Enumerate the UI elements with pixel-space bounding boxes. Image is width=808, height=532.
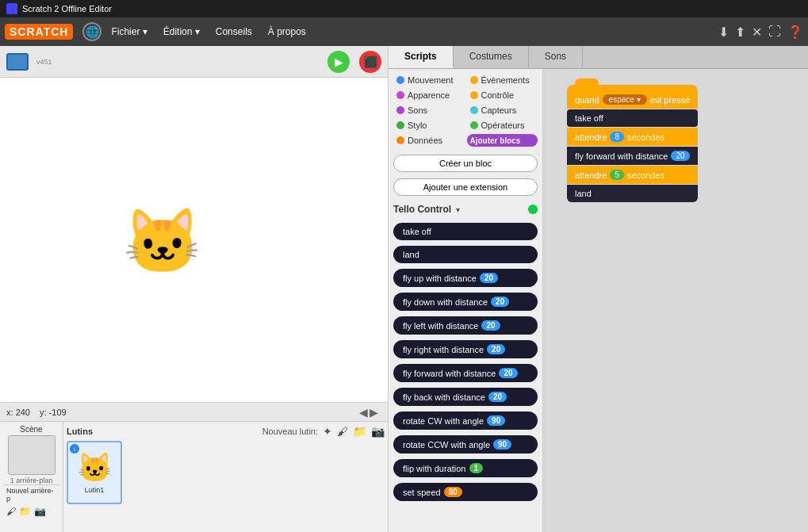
new-backdrop-bar: Nouvel arrière-p 🖌 📁 📷	[3, 484, 59, 519]
sprite-paint-icon[interactable]: 🖌	[337, 425, 348, 438]
cat-operateurs[interactable]: Opérateurs	[467, 119, 538, 132]
sprite-image: 🐱	[77, 451, 113, 484]
cat-apparence[interactable]: Apparence	[393, 89, 465, 101]
cat-capteurs[interactable]: Capteurs	[467, 104, 538, 117]
cat-dot-operateurs	[470, 121, 478, 129]
stage-toolbar: v451 ▶ ⬛	[0, 46, 388, 78]
tello-arrow: ▾	[456, 205, 460, 214]
cat-dot-apparence	[396, 91, 404, 99]
create-block-button[interactable]: Créer un bloc	[393, 155, 538, 172]
ws-block-hat[interactable]: quand espace ▾ est pressé	[567, 85, 698, 109]
block-take-off[interactable]: take off	[393, 223, 538, 240]
cat-controle[interactable]: Contrôle	[467, 89, 538, 101]
coords-bar: x: 240 y: -109 ◀ ▶	[0, 402, 388, 421]
ws-num-8[interactable]: 8	[610, 132, 624, 142]
sprite-camera-icon[interactable]: 📷	[371, 425, 385, 438]
menu-apropos[interactable]: À propos	[262, 23, 312, 40]
sprite-folder-icon[interactable]: 📁	[353, 425, 366, 438]
cat-ajouter-blocs[interactable]: Ajouter blocs	[467, 134, 538, 147]
blocks-area: Mouvement Évènements Apparence Contrôle	[389, 69, 808, 532]
block-fly-up[interactable]: fly up with distance 20	[393, 269, 538, 287]
sprite-name: Lutin1	[85, 486, 105, 494]
cat-dot-evenements	[470, 76, 478, 84]
help-icon[interactable]: ❓	[787, 25, 803, 40]
ws-num-5[interactable]: 5	[610, 170, 624, 180]
menu-edition[interactable]: Édition ▾	[157, 23, 206, 40]
ws-block-wait1[interactable]: attendre 8 secondes	[567, 128, 698, 146]
sprites-header: Lutins Nouveau lutin: ✦ 🖌 📁 📷	[67, 425, 385, 438]
fullscreen-icon[interactable]: ✕	[752, 25, 762, 40]
workspace-block-group: quand espace ▾ est pressé take off atten…	[567, 85, 698, 202]
ws-block-fly-forward[interactable]: fly forward with distance 20	[567, 147, 698, 165]
scripts-panel: Scripts Costumes Sons Mouvement Évènemen…	[389, 46, 808, 532]
ws-block-takeoff[interactable]: take off	[567, 109, 698, 127]
cat-stylo[interactable]: Stylo	[393, 119, 465, 132]
download-icon[interactable]: ⬇	[718, 25, 729, 40]
ws-block-wait2[interactable]: attendre 5 secondes	[567, 166, 698, 184]
sprite-item[interactable]: i 🐱 Lutin1	[67, 441, 122, 504]
block-fly-down[interactable]: fly down with distance 20	[393, 293, 538, 311]
expand-icon[interactable]: ⛶	[768, 25, 781, 39]
stage-canvas: 🐱	[0, 78, 388, 402]
block-rotate-ccw[interactable]: rotate CCW with angle 90	[393, 435, 538, 454]
ws-block-land[interactable]: land	[567, 185, 698, 202]
palette: Mouvement Évènements Apparence Contrôle	[389, 69, 543, 532]
arrow-left[interactable]: ◀	[359, 406, 368, 419]
app-icon	[6, 3, 17, 14]
script-workspace[interactable]: quand espace ▾ est pressé take off atten…	[543, 69, 808, 532]
titlebar: Scratch 2 Offline Editor	[0, 0, 808, 17]
cat-dot-sons	[396, 106, 404, 114]
backdrop-folder-icon[interactable]: 📁	[19, 506, 31, 517]
block-fly-back[interactable]: fly back with distance 20	[393, 388, 538, 406]
tab-sons[interactable]: Sons	[529, 46, 583, 68]
ws-num-20[interactable]: 20	[671, 151, 689, 161]
block-fly-forward[interactable]: fly forward with distance 20	[393, 364, 538, 382]
cat-sons[interactable]: Sons	[393, 104, 465, 117]
cat-dot-capteurs	[470, 106, 478, 114]
y-coord-label: y: -109	[40, 408, 67, 417]
scene-section: Scène 1 arrière-plan Nouvel arrière-p 🖌 …	[0, 422, 63, 532]
ws-dropdown-espace[interactable]: espace ▾	[603, 94, 647, 105]
scratch-logo: SCRATCH	[5, 24, 73, 40]
sprite-list: i 🐱 Lutin1	[67, 441, 385, 504]
cat-dot-stylo	[396, 121, 404, 129]
tab-scripts[interactable]: Scripts	[389, 46, 454, 68]
backdrop-paint-icon[interactable]: 🖌	[6, 506, 16, 517]
main-area: v451 ▶ ⬛ 🐱 x: 240 y: -109 ◀ ▶ Scène 1 ar…	[0, 46, 808, 532]
sprite-star-icon[interactable]: ✦	[323, 425, 332, 438]
version-label: v451	[36, 58, 52, 66]
cat-donnees[interactable]: Données	[393, 134, 465, 147]
block-set-speed[interactable]: set speed 80	[393, 483, 538, 501]
new-sprite-label: Nouveau lutin:	[262, 427, 318, 436]
cat-sprite: 🐱	[123, 205, 202, 279]
cat-dot-donnees	[396, 136, 404, 144]
cat-dot-mouvement	[396, 76, 404, 84]
block-land[interactable]: land	[393, 246, 538, 263]
backdrop-camera-icon[interactable]: 📷	[34, 506, 46, 517]
titlebar-label: Scratch 2 Offline Editor	[22, 4, 112, 13]
block-rotate-cw[interactable]: rotate CW with angle 90	[393, 411, 538, 430]
scene-label: Scène	[20, 425, 42, 434]
cat-dot-controle	[470, 91, 478, 99]
green-flag-button[interactable]: ▶	[327, 51, 350, 73]
tello-label: Tello Control	[393, 204, 451, 215]
block-fly-right[interactable]: fly right with distance 20	[393, 340, 538, 358]
language-button[interactable]: 🌐	[82, 22, 101, 41]
cat-mouvement[interactable]: Mouvement	[393, 74, 465, 86]
palette-categories: Mouvement Évènements Apparence Contrôle	[393, 74, 538, 147]
menu-fichier[interactable]: Fichier ▾	[105, 23, 153, 40]
arrow-right[interactable]: ▶	[370, 406, 378, 419]
tab-costumes[interactable]: Costumes	[454, 46, 529, 68]
cat-evenements[interactable]: Évènements	[467, 74, 538, 86]
add-extension-button[interactable]: Ajouter une extension	[393, 178, 538, 196]
tello-connected-dot	[528, 205, 538, 214]
sprites-title: Lutins	[67, 427, 93, 436]
tabs-bar: Scripts Costumes Sons	[389, 46, 808, 69]
upload-icon[interactable]: ⬆	[735, 25, 745, 40]
block-fly-left[interactable]: fly left with distance 20	[393, 316, 538, 335]
stage-panel: v451 ▶ ⬛ 🐱 x: 240 y: -109 ◀ ▶ Scène 1 ar…	[0, 46, 389, 532]
block-flip[interactable]: flip with duration 1	[393, 459, 538, 477]
scene-backdrop[interactable]	[8, 435, 56, 475]
stop-button[interactable]: ⬛	[359, 51, 381, 73]
menu-conseils[interactable]: Conseils	[209, 23, 258, 40]
